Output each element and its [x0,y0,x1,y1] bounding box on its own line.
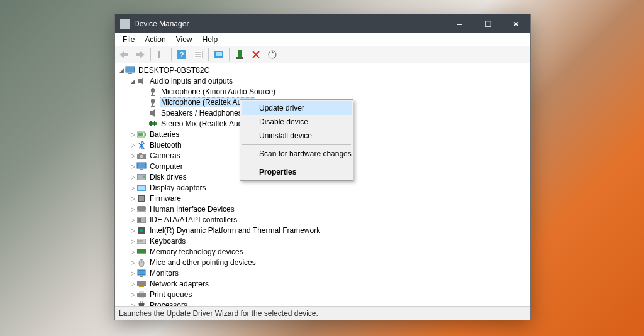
maximize-button[interactable]: ☐ [474,14,502,33]
device-label: Mice and other pointing devices [148,258,257,267]
expand-toggle[interactable]: ▷ [129,195,136,202]
svg-rect-44 [137,206,146,211]
expand-toggle[interactable]: ▷ [129,206,136,212]
expand-toggle[interactable]: ▷ [129,174,136,180]
svg-rect-26 [150,111,152,115]
forward-button[interactable] [133,47,148,62]
uninstall-device-button[interactable] [248,47,264,62]
svg-rect-17 [126,67,135,72]
titlebar[interactable]: Device Manager – ☐ ✕ [115,14,530,33]
ctx-properties[interactable]: Properties [242,165,352,179]
category-item[interactable]: ▷Mice and other pointing devices [115,257,530,268]
svg-rect-64 [139,297,144,298]
expand-toggle[interactable]: ▷ [129,281,136,287]
svg-rect-62 [137,293,146,297]
category-audio[interactable]: ◢Audio inputs and outputs [115,75,530,86]
svg-rect-61 [139,286,144,287]
category-item[interactable]: ▷Monitors [115,268,530,278]
expand-toggle[interactable]: ▷ [129,291,136,298]
svg-rect-65 [139,303,144,307]
device-icon [148,97,158,107]
ctx-disable-device[interactable]: Disable device [242,115,352,129]
toolbar-separator [208,48,209,61]
close-button[interactable]: ✕ [502,14,530,33]
svg-rect-59 [140,276,143,277]
minimize-button[interactable]: – [445,14,474,33]
expand-toggle[interactable]: ▷ [129,142,136,148]
expand-toggle[interactable]: ◢ [118,67,125,73]
help-button[interactable]: ? [174,47,189,62]
device-label: Display adapters [148,183,207,192]
menu-file[interactable]: File [118,34,140,45]
category-item[interactable]: ▷Memory technology devices [115,246,530,257]
category-item[interactable]: ▷Print queues [115,289,530,300]
category-item[interactable]: ▷Network adapters [115,278,530,289]
menu-action[interactable]: Action [140,34,170,45]
svg-rect-1 [136,53,140,56]
expand-toggle[interactable]: ▷ [129,302,136,307]
svg-point-39 [143,176,145,178]
device-label: Firmware [148,194,182,203]
svg-rect-37 [140,169,143,170]
device-label: Memory technology devices [148,247,245,256]
device-icon [136,140,147,150]
expand-toggle[interactable]: ▷ [129,249,136,255]
audio-device[interactable]: Microphone (Kinoni Audio Source) [115,86,530,97]
expand-toggle[interactable]: ▷ [129,131,136,138]
device-label: Stereo Mix (Realtek Audio) [160,119,252,128]
svg-rect-2 [157,51,165,58]
expand-toggle[interactable]: ▷ [129,185,136,191]
device-icon [136,236,147,246]
category-item[interactable]: ▷Processors [115,300,530,306]
svg-rect-54 [137,249,146,253]
category-item[interactable]: ▷IDE ATA/ATAPI controllers [115,214,530,225]
category-item[interactable]: ▷Keyboards [115,236,530,246]
device-icon [136,76,147,86]
svg-rect-55 [137,253,146,254]
category-item[interactable]: ▷Firmware [115,193,530,203]
device-icon [136,204,147,214]
scan-hardware-button[interactable] [265,47,280,62]
menu-help[interactable]: Help [197,34,223,45]
expand-toggle[interactable]: ▷ [129,259,136,266]
context-menu: Update driverDisable deviceUninstall dev… [240,99,353,181]
svg-rect-60 [137,281,146,286]
ctx-uninstall-device[interactable]: Uninstall device [242,129,352,143]
device-label: Intel(R) Dynamic Platform and Thermal Fr… [148,226,321,235]
device-label: Network adapters [148,279,210,288]
expand-toggle[interactable]: ▷ [129,238,136,244]
properties-button[interactable] [191,47,206,62]
toolbar-separator [171,48,172,61]
category-item[interactable]: ▷Intel(R) Dynamic Platform and Thermal F… [115,225,530,236]
svg-rect-19 [138,79,141,83]
svg-rect-32 [138,133,143,136]
expand-toggle[interactable]: ▷ [129,163,136,170]
svg-rect-36 [137,163,146,168]
back-button[interactable] [116,47,131,62]
show-hide-tree-button[interactable] [153,47,169,62]
update-driver-button[interactable] [211,47,226,62]
svg-rect-49 [140,229,143,232]
device-icon [136,215,147,225]
device-icon [136,183,147,193]
svg-rect-31 [145,133,146,136]
svg-rect-18 [128,73,132,74]
tree-root[interactable]: ◢DESKTOP-0BST82C [115,65,530,75]
expand-toggle[interactable]: ▷ [129,217,136,223]
device-label: Disk drives [148,173,188,182]
ctx-scan-for-hardware-changes[interactable]: Scan for hardware changes [242,147,352,161]
device-label: Processors [148,301,189,307]
category-item[interactable]: ▷Display adapters [115,182,530,193]
toolbar-separator [150,48,151,61]
category-item[interactable]: ▷Human Interface Devices [115,203,530,214]
menu-view[interactable]: View [171,34,197,45]
expand-toggle[interactable]: ◢ [129,78,136,84]
expand-toggle[interactable]: ▷ [129,153,136,159]
ctx-update-driver[interactable]: Update driver [242,101,352,115]
content-area: ◢DESKTOP-0BST82C◢Audio inputs and output… [115,63,530,306]
svg-rect-45 [137,211,146,212]
expand-toggle[interactable]: ▷ [129,270,136,276]
expand-toggle[interactable]: ▷ [129,227,136,234]
enable-device-button[interactable] [232,47,247,62]
svg-rect-20 [151,88,155,93]
